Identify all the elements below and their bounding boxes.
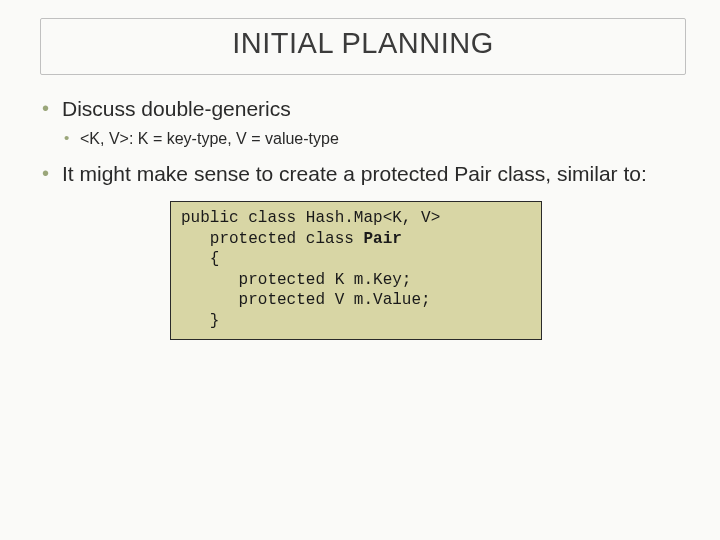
bullet-list: Discuss double-generics <K, V>: K = key-… bbox=[40, 95, 686, 187]
title-bar: INITIAL PLANNING bbox=[40, 18, 686, 75]
code-line: protected class bbox=[181, 230, 363, 248]
sub-bullet-text: <K, V>: K = key-type, V = value-type bbox=[80, 130, 339, 147]
code-line: protected V m.Value; bbox=[181, 291, 431, 309]
sub-bullet-item: <K, V>: K = key-type, V = value-type bbox=[62, 128, 686, 150]
slide-title: INITIAL PLANNING bbox=[51, 27, 675, 60]
slide: INITIAL PLANNING Discuss double-generics… bbox=[0, 0, 720, 540]
code-line: { bbox=[181, 250, 219, 268]
bullet-item: It might make sense to create a protecte… bbox=[40, 160, 686, 187]
bullet-text: Discuss double-generics bbox=[62, 97, 291, 120]
code-line: public class Hash.Map<K, V> bbox=[181, 209, 440, 227]
code-block: public class Hash.Map<K, V> protected cl… bbox=[170, 201, 542, 340]
bullet-item: Discuss double-generics <K, V>: K = key-… bbox=[40, 95, 686, 150]
code-line: protected K m.Key; bbox=[181, 271, 411, 289]
sub-bullet-list: <K, V>: K = key-type, V = value-type bbox=[62, 128, 686, 150]
code-bold: Pair bbox=[363, 230, 401, 248]
code-line: } bbox=[181, 312, 219, 330]
bullet-text: It might make sense to create a protecte… bbox=[62, 162, 647, 185]
